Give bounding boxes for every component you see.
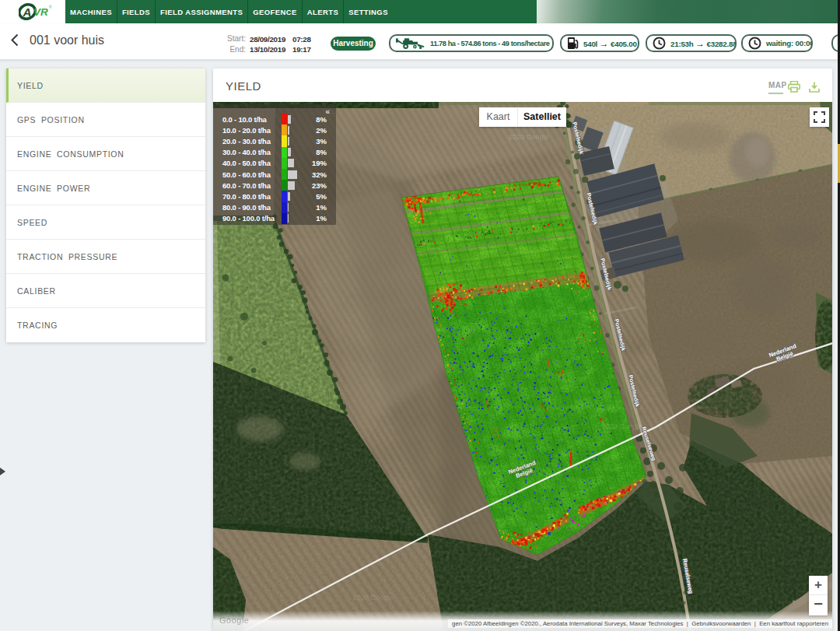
svg-text:®: ® (49, 5, 52, 9)
svg-text:2020 Google: 2020 Google (509, 133, 549, 141)
svg-text:2020 Google: 2020 Google (602, 422, 642, 430)
svg-text:2020 Google: 2020 Google (353, 594, 394, 601)
svg-text:VR: VR (33, 6, 48, 18)
svg-text:A: A (23, 5, 32, 19)
